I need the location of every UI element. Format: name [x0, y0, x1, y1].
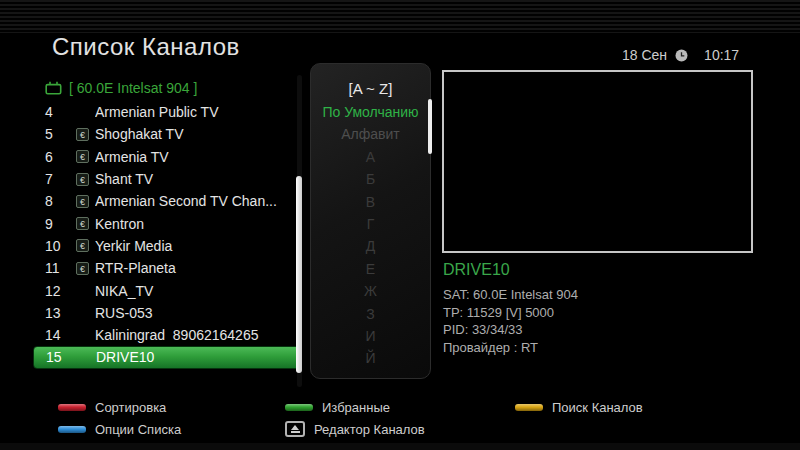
channel-row[interactable]: 14Kaliningrad 89062164265 [33, 324, 302, 346]
sort-menu-item[interactable]: Г [311, 213, 430, 235]
channel-name: RTR-Planeta [95, 260, 302, 276]
channel-row[interactable]: 13RUS-053 [33, 302, 302, 324]
remote-key-legend: СортировкаИзбранныеПоиск КаналовОпции Сп… [58, 396, 643, 440]
bottom-decoration [0, 443, 800, 450]
legend-label: Опции Списка [95, 422, 181, 437]
legend-item-blue: Опции Списка [58, 422, 285, 437]
channel-number: 8 [45, 193, 76, 209]
channel-row[interactable]: 10€Yerkir Media [33, 235, 302, 257]
channel-number: 13 [45, 305, 76, 321]
channel-info-name: DRIVE10 [443, 261, 578, 279]
channel-name: RUS-053 [95, 305, 302, 321]
channel-list-screen: Список Каналов 18 Сен 10:17 [ 60.0E Inte… [0, 0, 800, 450]
sort-menu-item[interactable]: Ж [311, 280, 430, 302]
legend-item-eject: Редактор Каналов [285, 421, 515, 437]
satellite-header: [ 60.0E Intelsat 904 ] [45, 80, 197, 96]
channel-name: Kentron [95, 216, 302, 232]
channel-name: Shant TV [95, 171, 302, 187]
channel-name: DRIVE10 [96, 349, 301, 365]
channel-info-panel: DRIVE10 SAT: 60.0E Intelsat 904 TP: 1152… [443, 261, 578, 356]
channel-list: 4Armenian Public TV5€Shoghakat TV6€Armen… [33, 101, 302, 369]
eject-icon [285, 421, 305, 437]
channel-info-provider: Провайдер : RT [443, 339, 578, 357]
channel-name: Yerkir Media [95, 238, 302, 254]
sort-menu-item[interactable]: В [311, 191, 430, 213]
channel-number: 15 [46, 349, 77, 365]
channel-icon-slot: € [76, 239, 95, 252]
satellite-label: [ 60.0E Intelsat 904 ] [69, 80, 197, 96]
channel-number: 6 [45, 149, 76, 165]
sort-menu-item[interactable]: З [311, 303, 430, 325]
channel-row[interactable]: 4Armenian Public TV [33, 101, 302, 123]
sort-menu-item[interactable]: Д [311, 235, 430, 257]
legend-label: Редактор Каналов [314, 422, 425, 437]
channel-icon-slot: € [76, 150, 95, 163]
channel-info-sat: SAT: 60.0E Intelsat 904 [443, 286, 578, 304]
channel-number: 14 [45, 327, 76, 343]
sort-menu-item[interactable]: Й [311, 347, 430, 369]
channel-number: 4 [45, 104, 76, 120]
channel-row[interactable]: 9€Kentron [33, 212, 302, 234]
sort-menu-panel: [A ~ Z] По УмолчаниюАлфавитАБВГДЕЖЗИЙ [310, 63, 431, 379]
channel-name: Armenian Second TV Chan... [95, 193, 302, 209]
channel-row[interactable]: 8€Armenian Second TV Chan... [33, 190, 302, 212]
channel-name: Armenian Public TV [95, 104, 302, 120]
scrambled-icon: € [76, 173, 89, 186]
sort-menu-items: По УмолчаниюАлфавитАБВГДЕЖЗИЙ [311, 101, 430, 370]
channel-name: Kaliningrad 89062164265 [95, 327, 302, 343]
channel-number: 10 [45, 238, 76, 254]
sort-menu-item[interactable]: Алфавит [311, 123, 430, 145]
channel-row[interactable]: 15DRIVE10 [33, 346, 302, 368]
video-preview-window [442, 70, 753, 253]
channel-info-tp: TP: 11529 [V] 5000 [443, 304, 578, 322]
date-label: 18 Сен [622, 47, 667, 63]
datetime-display: 18 Сен 10:17 [622, 47, 739, 63]
tv-icon [45, 81, 62, 95]
sort-menu-item[interactable]: И [311, 325, 430, 347]
channel-name: NIKA_TV [95, 283, 302, 299]
legend-label: Избранные [322, 400, 390, 415]
legend-color-key-blue [58, 426, 86, 433]
scrambled-icon: € [76, 195, 89, 208]
channel-info-pid: PID: 33/34/33 [443, 321, 578, 339]
channel-icon-slot: € [76, 262, 95, 275]
legend-item-red: Сортировка [58, 400, 285, 415]
page-title: Список Каналов [52, 33, 240, 61]
legend-color-key-yellow [515, 404, 543, 411]
sort-menu-scrollbar-thumb[interactable] [428, 99, 432, 154]
channel-number: 7 [45, 171, 76, 187]
legend-item-yellow: Поиск Каналов [515, 400, 643, 415]
channel-row[interactable]: 6€Armenia TV [33, 146, 302, 168]
channel-icon-slot: € [76, 217, 95, 230]
scrambled-icon: € [76, 239, 89, 252]
time-label: 10:17 [704, 47, 739, 63]
channel-row[interactable]: 11€RTR-Planeta [33, 257, 302, 279]
clock-icon [675, 49, 688, 62]
legend-color-key-red [58, 404, 86, 411]
scrambled-icon: € [76, 262, 89, 275]
channel-number: 5 [45, 126, 76, 142]
channel-icon-slot: € [76, 195, 95, 208]
legend-label: Сортировка [95, 400, 166, 415]
channel-row[interactable]: 5€Shoghakat TV [33, 123, 302, 145]
scrambled-icon: € [76, 128, 89, 141]
sort-menu-item[interactable]: А [311, 146, 430, 168]
scrambled-icon: € [76, 217, 89, 230]
legend-color-key-green [285, 404, 313, 411]
legend-item-green: Избранные [285, 400, 515, 415]
channel-icon-slot: € [76, 173, 95, 186]
channel-icon-slot: € [76, 128, 95, 141]
sort-menu-title: [A ~ Z] [311, 77, 430, 101]
channel-name: Armenia TV [95, 149, 302, 165]
legend-label: Поиск Каналов [552, 400, 643, 415]
channel-row[interactable]: 7€Shant TV [33, 168, 302, 190]
sort-menu-item[interactable]: Е [311, 258, 430, 280]
sort-menu-item[interactable]: Б [311, 168, 430, 190]
scanline-decoration [0, 0, 800, 33]
channel-number: 11 [45, 260, 76, 276]
scrambled-icon: € [76, 150, 89, 163]
sort-menu-item[interactable]: По Умолчанию [311, 101, 430, 123]
channel-row[interactable]: 12NIKA_TV [33, 279, 302, 301]
channel-number: 9 [45, 216, 76, 232]
channel-list-scrollbar-thumb[interactable] [296, 176, 302, 373]
